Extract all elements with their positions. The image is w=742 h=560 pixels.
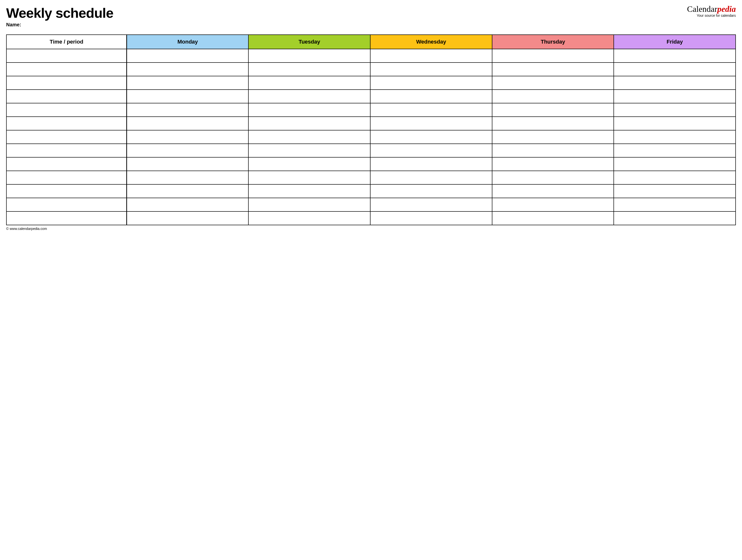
schedule-cell[interactable] (492, 62, 614, 76)
time-cell[interactable] (6, 212, 127, 225)
time-cell[interactable] (6, 130, 127, 144)
schedule-cell[interactable] (614, 62, 736, 76)
schedule-cell[interactable] (370, 184, 492, 198)
table-row (6, 198, 736, 212)
schedule-cell[interactable] (492, 130, 614, 144)
schedule-cell[interactable] (370, 144, 492, 157)
time-cell[interactable] (6, 157, 127, 171)
schedule-cell[interactable] (127, 171, 249, 184)
schedule-cell[interactable] (614, 103, 736, 117)
brand-tagline: Your source for calendars (687, 14, 736, 17)
schedule-cell[interactable] (127, 49, 249, 62)
schedule-cell[interactable] (492, 198, 614, 212)
schedule-cell[interactable] (614, 198, 736, 212)
schedule-cell[interactable] (370, 76, 492, 90)
time-cell[interactable] (6, 198, 127, 212)
table-row (6, 76, 736, 90)
time-cell[interactable] (6, 103, 127, 117)
time-cell[interactable] (6, 76, 127, 90)
schedule-cell[interactable] (614, 212, 736, 225)
schedule-cell[interactable] (249, 76, 370, 90)
table-row (6, 90, 736, 103)
schedule-cell[interactable] (614, 157, 736, 171)
time-cell[interactable] (6, 90, 127, 103)
schedule-cell[interactable] (370, 157, 492, 171)
table-row (6, 103, 736, 117)
footer-copyright: © www.calendarpedia.com (6, 227, 736, 231)
schedule-cell[interactable] (127, 130, 249, 144)
table-header-row: Time / period Monday Tuesday Wednesday T… (6, 35, 736, 49)
schedule-cell[interactable] (370, 49, 492, 62)
schedule-cell[interactable] (370, 198, 492, 212)
schedule-cell[interactable] (127, 144, 249, 157)
schedule-cell[interactable] (614, 130, 736, 144)
schedule-cell[interactable] (492, 171, 614, 184)
schedule-cell[interactable] (614, 90, 736, 103)
schedule-cell[interactable] (249, 212, 370, 225)
table-row (6, 117, 736, 130)
schedule-cell[interactable] (249, 62, 370, 76)
schedule-cell[interactable] (370, 62, 492, 76)
time-cell[interactable] (6, 62, 127, 76)
schedule-cell[interactable] (370, 212, 492, 225)
schedule-cell[interactable] (492, 144, 614, 157)
header: Weekly schedule Calendarpedia Your sourc… (6, 5, 736, 21)
schedule-cell[interactable] (249, 130, 370, 144)
time-cell[interactable] (6, 144, 127, 157)
table-row (6, 49, 736, 62)
schedule-cell[interactable] (127, 62, 249, 76)
schedule-body (6, 49, 736, 225)
schedule-cell[interactable] (127, 90, 249, 103)
schedule-cell[interactable] (249, 117, 370, 130)
table-row (6, 144, 736, 157)
brand-prefix: Calendar (687, 4, 718, 13)
brand-logo: Calendarpedia Your source for calendars (687, 5, 736, 17)
schedule-cell[interactable] (492, 49, 614, 62)
table-row (6, 171, 736, 184)
brand-suffix: pedia (717, 4, 736, 13)
schedule-cell[interactable] (127, 76, 249, 90)
schedule-cell[interactable] (614, 49, 736, 62)
table-row (6, 130, 736, 144)
schedule-cell[interactable] (249, 157, 370, 171)
schedule-cell[interactable] (492, 90, 614, 103)
schedule-cell[interactable] (249, 90, 370, 103)
schedule-cell[interactable] (492, 117, 614, 130)
schedule-cell[interactable] (370, 171, 492, 184)
table-row (6, 157, 736, 171)
schedule-cell[interactable] (614, 144, 736, 157)
schedule-cell[interactable] (492, 157, 614, 171)
schedule-cell[interactable] (127, 198, 249, 212)
time-cell[interactable] (6, 184, 127, 198)
schedule-cell[interactable] (127, 117, 249, 130)
schedule-cell[interactable] (249, 144, 370, 157)
schedule-cell[interactable] (614, 171, 736, 184)
schedule-cell[interactable] (370, 103, 492, 117)
schedule-cell[interactable] (492, 76, 614, 90)
schedule-cell[interactable] (127, 103, 249, 117)
schedule-cell[interactable] (492, 212, 614, 225)
schedule-cell[interactable] (614, 184, 736, 198)
schedule-cell[interactable] (614, 76, 736, 90)
schedule-cell[interactable] (370, 90, 492, 103)
table-row (6, 62, 736, 76)
table-row (6, 184, 736, 198)
schedule-cell[interactable] (127, 157, 249, 171)
schedule-cell[interactable] (249, 49, 370, 62)
brand-name: Calendarpedia (687, 5, 736, 13)
time-cell[interactable] (6, 171, 127, 184)
schedule-cell[interactable] (249, 103, 370, 117)
schedule-cell[interactable] (249, 171, 370, 184)
schedule-cell[interactable] (127, 184, 249, 198)
schedule-cell[interactable] (492, 184, 614, 198)
schedule-cell[interactable] (492, 103, 614, 117)
schedule-cell[interactable] (249, 198, 370, 212)
schedule-cell[interactable] (370, 117, 492, 130)
schedule-cell[interactable] (127, 212, 249, 225)
day-header-wednesday: Wednesday (370, 35, 492, 49)
schedule-cell[interactable] (614, 117, 736, 130)
schedule-cell[interactable] (370, 130, 492, 144)
time-cell[interactable] (6, 117, 127, 130)
schedule-cell[interactable] (249, 184, 370, 198)
time-cell[interactable] (6, 49, 127, 62)
